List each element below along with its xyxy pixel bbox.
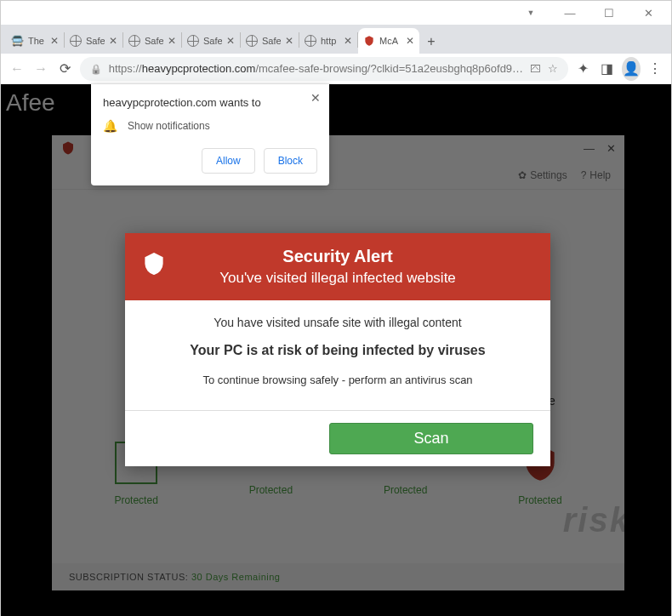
url-text: https://heavypcprotection.com/mcafee-saf… (109, 62, 523, 75)
tab-close-icon[interactable]: ✕ (50, 35, 59, 47)
extensions-button[interactable]: ✦ (573, 57, 592, 81)
browser-tab[interactable]: Safe ✕ (65, 28, 122, 54)
scan-button[interactable]: Scan (329, 423, 533, 454)
alert-shield-icon (142, 252, 166, 276)
window-minimize-button[interactable] (550, 1, 589, 25)
nav-reload-button[interactable]: ⟳ (55, 57, 74, 81)
new-tab-button[interactable]: + (419, 30, 443, 54)
profile-button[interactable]: 👤 (622, 57, 641, 81)
alert-title: Security Alert (139, 247, 537, 266)
nav-back-button[interactable]: ← (8, 57, 26, 81)
alert-body: You have visited unsafe site with illega… (125, 300, 550, 410)
browser-tab[interactable]: 🚍 The ✕ (6, 28, 64, 54)
tab-favicon-globe-icon (187, 35, 199, 47)
nav-forward-button[interactable]: → (31, 57, 50, 81)
tab-close-icon[interactable]: ✕ (285, 35, 293, 47)
browser-window: 🚍 The ✕ Safe ✕ Safe ✕ Safe ✕ Safe ✕ (0, 0, 672, 616)
browser-tab[interactable]: http ✕ (299, 28, 357, 54)
browser-tab-bar: 🚍 The ✕ Safe ✕ Safe ✕ Safe ✕ Safe ✕ (1, 25, 671, 54)
tab-favicon-icon: 🚍 (11, 35, 24, 47)
share-icon[interactable]: ⮹ (530, 62, 541, 75)
menu-button[interactable]: ⋮ (646, 57, 664, 81)
panel-button[interactable]: ◨ (597, 57, 616, 81)
window-dropdown-button[interactable] (511, 1, 550, 25)
alert-header: Security Alert You've visited illegal in… (125, 233, 550, 300)
notification-text: Show notifications (128, 120, 210, 132)
tab-favicon-shield-icon (363, 35, 375, 47)
browser-tab[interactable]: Safe ✕ (182, 28, 240, 54)
alert-line-bold: Your PC is at risk of being infected by … (142, 343, 533, 358)
window-close-button[interactable] (629, 1, 668, 25)
browser-tab-active[interactable]: McA ✕ (358, 28, 419, 54)
tab-favicon-globe-icon (70, 35, 82, 47)
notification-close-icon[interactable]: ✕ (310, 91, 321, 105)
alert-footer: Scan (125, 411, 550, 466)
notification-row: 🔔 Show notifications (103, 119, 317, 133)
window-titlebar (1, 1, 671, 25)
address-bar[interactable]: https://heavypcprotection.com/mcafee-saf… (80, 57, 568, 81)
notification-title: heavypcprotection.com wants to (103, 96, 317, 109)
page-content: Afee — ✕ ✿ Settings ? Help Sec (1, 84, 671, 616)
notification-permission-popup: ✕ heavypcprotection.com wants to 🔔 Show … (91, 84, 329, 185)
tab-close-icon[interactable]: ✕ (226, 35, 235, 47)
security-alert-modal: Security Alert You've visited illegal in… (125, 233, 550, 466)
star-icon[interactable]: ☆ (548, 62, 558, 75)
tab-favicon-globe-icon (128, 35, 140, 47)
tab-favicon-globe-icon (246, 35, 258, 47)
tab-title: Safe (145, 36, 163, 46)
tab-title: The (28, 36, 46, 46)
tab-close-icon[interactable]: ✕ (406, 35, 414, 47)
bell-icon: 🔔 (103, 119, 117, 133)
lock-icon (90, 62, 102, 75)
browser-url-bar: ← → ⟳ https://heavypcprotection.com/mcaf… (1, 54, 671, 84)
notification-allow-button[interactable]: Allow (202, 148, 255, 174)
window-maximize-button[interactable] (589, 1, 629, 25)
browser-tab[interactable]: Safe ✕ (123, 28, 181, 54)
tab-close-icon[interactable]: ✕ (168, 35, 176, 47)
alert-subtitle: You've visited illegal infected website (139, 270, 537, 287)
tab-title: Safe (203, 36, 222, 46)
tab-favicon-globe-icon (305, 35, 316, 47)
alert-line: You have visited unsafe site with illega… (142, 316, 533, 329)
notification-block-button[interactable]: Block (264, 148, 317, 174)
alert-line: To continue browsing safely - perform an… (142, 374, 533, 386)
tab-title: http (321, 36, 339, 46)
tab-title: Safe (262, 36, 281, 46)
tab-title: Safe (86, 36, 105, 46)
tab-close-icon[interactable]: ✕ (109, 35, 117, 47)
tab-close-icon[interactable]: ✕ (344, 35, 352, 47)
browser-tab[interactable]: Safe ✕ (241, 28, 299, 54)
tab-title: McA (379, 36, 401, 46)
